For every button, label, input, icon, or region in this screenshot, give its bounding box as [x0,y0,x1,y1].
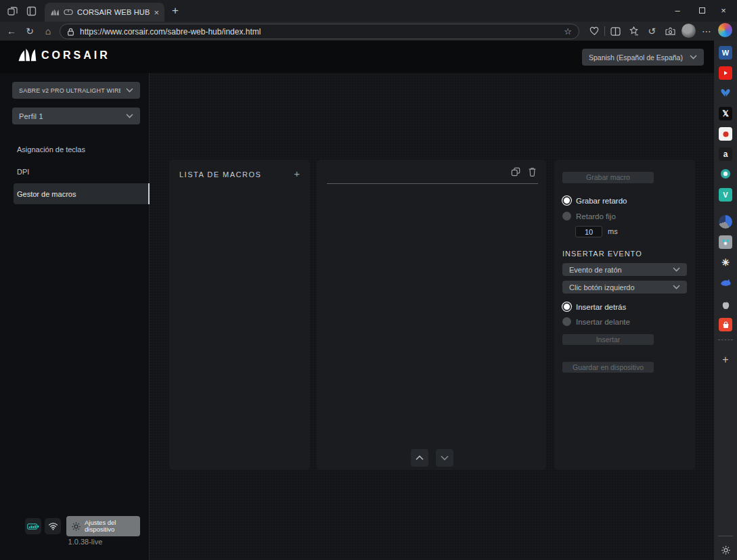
chevron-down-icon [126,88,133,93]
insert-button[interactable]: Insertar [562,334,654,345]
minimize-button[interactable]: – [666,0,689,20]
record-macro-label: Grabar macro [586,173,630,181]
favorite-star-icon[interactable]: ☆ [564,26,572,37]
history-icon[interactable]: ↺ [645,24,658,38]
gray-app-icon[interactable] [719,235,732,249]
add-macro-button[interactable]: + [294,168,300,179]
trash-icon[interactable] [528,167,537,177]
refresh-icon[interactable]: ↻ [23,24,37,38]
profile-avatar[interactable] [682,24,696,38]
shopping-bag-icon[interactable] [719,318,732,331]
macro-name-input[interactable] [327,169,538,184]
chevron-up-icon [416,455,424,461]
sidebar-settings-gear-icon[interactable] [719,543,732,557]
butterfly-icon[interactable] [719,86,732,99]
url-text[interactable]: https://www.corsair.com/sabre-web-hub/in… [80,27,558,37]
home-icon[interactable]: ⌂ [41,24,55,38]
profile-selector[interactable]: Perfil 1 [12,108,140,124]
device-selector[interactable]: SABRE v2 PRO ULTRALIGHT WIRELESS [12,82,140,99]
screenshot-icon[interactable] [663,24,677,38]
browser-window: CORSAIR WEB HUB × + – × ← ↻ ⌂ https://ww… [0,0,737,560]
delay-ms-input[interactable] [575,226,602,237]
macro-options-panel: Grabar macro Grabar retardo Retardo fijo… [554,160,695,470]
delay-unit-label: ms [608,227,618,235]
sidebar-item-label: DPI [17,168,29,176]
radio-unselected-icon [562,212,571,220]
back-icon[interactable]: ← [5,24,18,38]
copy-icon[interactable] [511,167,520,177]
event-type-dropdown[interactable]: Evento de ratón [562,263,687,276]
save-to-device-button[interactable]: Guardar en dispositivo [562,362,654,373]
sidebar-item-dpi[interactable]: DPI [0,161,150,182]
lock-icon[interactable] [67,28,74,36]
insert-before-radio[interactable]: Insertar delante [562,317,630,326]
tab-actions-icon[interactable] [25,5,37,17]
wireless-status [45,518,61,534]
event-action-value: Clic botón izquierdo [569,283,667,291]
chevron-down-icon [441,455,449,461]
sidebar-item-macro-manager[interactable]: Gestor de macros [14,183,150,204]
corsair-logo: CORSAIR [17,47,110,64]
active-tab[interactable]: CORSAIR WEB HUB × [45,3,164,22]
word-app-icon[interactable]: W [719,46,732,60]
v-app-icon[interactable]: V [719,188,732,202]
profile-selector-value: Perfil 1 [19,112,120,120]
whale-icon[interactable] [719,276,732,289]
collections-icon[interactable] [627,24,640,38]
record-delay-label: Grabar retardo [576,197,627,205]
fixed-delay-radio[interactable]: Retardo fijo [562,212,616,220]
split-screen-icon[interactable] [608,24,622,38]
main-content: LISTA DE MACROS + [150,73,714,560]
device-selector-value: SABRE v2 PRO ULTRALIGHT WIRELESS [19,87,120,94]
sidebar-item-key-assignment[interactable]: Asignación de teclas [0,139,150,160]
tab-close-icon[interactable]: × [154,7,160,18]
insert-after-radio[interactable]: Insertar detrás [562,302,626,311]
insert-button-label: Insertar [596,335,621,344]
address-bar[interactable]: https://www.corsair.com/sabre-web-hub/in… [60,24,579,39]
maximize-button[interactable] [690,0,713,20]
x-icon[interactable]: 𝕏 [719,107,732,120]
insert-event-title: INSERTAR EVENTO [562,250,642,258]
macro-editor-panel [317,160,546,470]
maximize-icon [699,7,705,14]
chevron-down-icon [126,114,133,118]
add-app-icon[interactable]: + [719,353,732,367]
amazon-icon[interactable]: a [719,147,732,161]
workspaces-icon[interactable] [6,5,18,17]
language-selector-value: Spanish (Español de España) [589,53,684,62]
insert-after-label: Insertar detrás [576,303,626,311]
sidebar-item-label: Gestor de macros [17,190,76,198]
close-button[interactable]: × [712,0,735,20]
swirl-app-icon[interactable] [719,215,732,229]
battery-status [25,518,41,534]
event-action-dropdown[interactable]: Clic botón izquierdo [562,281,687,294]
language-selector[interactable]: Spanish (Español de España) [582,49,704,66]
save-to-device-label: Guardar en dispositivo [573,363,644,371]
youtube-icon[interactable] [719,66,732,80]
apple-icon[interactable] [719,298,732,311]
browser-toolbar: ← ↻ ⌂ https://www.corsair.com/sabre-web-… [0,22,737,41]
macro-list-title: LISTA DE MACROS [179,170,261,179]
sidebar-item-label: Asignación de teclas [17,145,85,154]
app-header: CORSAIR Spanish (Español de España) [0,41,714,73]
chevron-down-icon [673,267,680,272]
openai-icon[interactable]: ✳ [719,256,732,269]
browser-essentials-icon[interactable] [587,24,601,38]
red-app-icon[interactable] [719,127,732,141]
move-up-button[interactable] [411,449,428,467]
record-macro-button[interactable]: Grabar macro [562,172,654,183]
teal-ring-icon[interactable] [719,167,732,181]
sidebar-divider [718,536,733,536]
more-icon[interactable]: ⋯ [700,24,713,38]
edge-sidebar: W 𝕏 a V ✳ + [714,41,737,560]
insert-before-label: Insertar delante [576,318,630,326]
record-delay-radio[interactable]: Grabar retardo [562,196,627,205]
app-sidebar: SABRE v2 PRO ULTRALIGHT WIRELESS Perfil … [0,73,150,560]
fixed-delay-label: Retardo fijo [576,212,616,220]
copilot-icon[interactable] [718,23,732,37]
device-settings-button[interactable]: Ajustes del dispositivo [66,516,140,536]
radio-unselected-icon [562,317,571,326]
toolbar-divider [604,26,605,36]
new-tab-button[interactable]: + [169,5,181,17]
move-down-button[interactable] [436,449,453,467]
